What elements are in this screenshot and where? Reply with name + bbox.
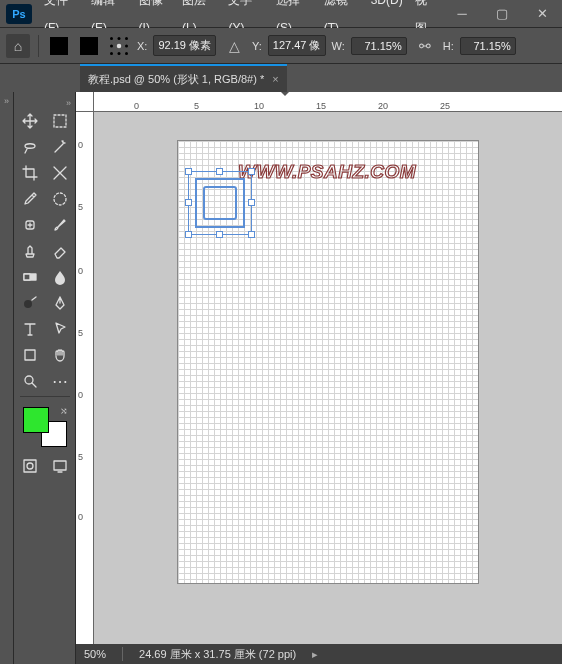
canvas-viewport[interactable]: WWW.PSAHZ.COM — [94, 112, 562, 644]
x-label: X: — [137, 40, 147, 52]
y-label: Y: — [252, 40, 262, 52]
status-menu-chevron-icon[interactable]: ▸ — [312, 648, 318, 661]
svg-point-20 — [27, 463, 33, 469]
chevron-right-icon: » — [4, 96, 9, 106]
gradient-tool[interactable] — [17, 266, 43, 288]
clone-stamp-tool[interactable] — [17, 240, 43, 262]
svg-rect-1 — [80, 37, 98, 55]
x-value[interactable]: 92.19 像素 — [153, 35, 216, 56]
title-bar: Ps 文件(F) 编辑(E) 图像(I) 图层(L) 文字(Y) 选择(S) 滤… — [0, 0, 562, 28]
document-tab[interactable]: 教程.psd @ 50% (形状 1, RGB/8#) * × — [80, 64, 287, 92]
svg-point-9 — [118, 52, 121, 55]
svg-rect-11 — [54, 115, 66, 127]
screenmode-tool[interactable] — [47, 455, 73, 477]
handle-mid-left[interactable] — [185, 199, 192, 206]
app-logo: Ps — [6, 4, 32, 24]
slice-tool[interactable] — [47, 162, 73, 184]
zoom-level[interactable]: 50% — [84, 648, 106, 660]
h-value[interactable]: 71.15% — [460, 37, 516, 55]
shape-tool[interactable] — [17, 344, 43, 366]
foreground-color-swatch[interactable] — [23, 407, 49, 433]
svg-point-5 — [110, 44, 113, 47]
svg-point-4 — [125, 37, 128, 40]
marquee-tool[interactable] — [47, 110, 73, 132]
marquee-ellipse-tool[interactable] — [47, 188, 73, 210]
ref-delta-icon[interactable]: △ — [222, 34, 246, 58]
close-tab-icon[interactable]: × — [272, 66, 278, 92]
transform-selection[interactable] — [188, 171, 252, 235]
svg-rect-21 — [54, 461, 66, 470]
document-tab-title: 教程.psd @ 50% (形状 1, RGB/8#) * — [88, 66, 264, 92]
handle-bottom-mid[interactable] — [216, 231, 223, 238]
horizontal-ruler[interactable]: 0 5 10 15 20 25 — [94, 92, 562, 112]
w-value[interactable]: 71.15% — [351, 37, 407, 55]
transform-mode-icon[interactable] — [47, 34, 71, 58]
quickmask-tool[interactable] — [17, 455, 43, 477]
status-bar: 50% 24.69 厘米 x 31.75 厘米 (72 ppi) ▸ — [76, 644, 562, 664]
swap-colors-icon[interactable]: ⤭ — [60, 406, 68, 416]
canvas-zone: 0 5 10 15 20 25 0 5 0 5 0 5 0 WWW.PSAHZ.… — [76, 92, 562, 664]
lasso-tool[interactable] — [17, 136, 43, 158]
watermark-text: WWW.PSAHZ.COM — [238, 161, 416, 183]
svg-point-10 — [125, 52, 128, 55]
h-label: H: — [443, 40, 454, 52]
chevron-right-icon: » — [66, 98, 71, 108]
type-tool[interactable] — [17, 318, 43, 340]
svg-rect-19 — [24, 460, 36, 472]
link-wh-icon[interactable]: ⚯ — [413, 34, 437, 58]
svg-point-12 — [54, 193, 66, 205]
options-bar: ⌂ X: 92.19 像素 △ Y: 127.47 像 W: 71.15% ⚯ … — [0, 28, 562, 64]
window-controls: ─ ▢ ✕ — [442, 0, 562, 28]
handle-top-right[interactable] — [248, 168, 255, 175]
svg-rect-15 — [24, 274, 30, 280]
close-button[interactable]: ✕ — [522, 0, 562, 28]
handle-bottom-right[interactable] — [248, 231, 255, 238]
maximize-button[interactable]: ▢ — [482, 0, 522, 28]
svg-point-3 — [118, 37, 121, 40]
vertical-ruler[interactable]: 0 5 0 5 0 5 0 — [76, 112, 94, 644]
pen-tool[interactable] — [47, 292, 73, 314]
brush-tool[interactable] — [47, 214, 73, 236]
handle-bottom-left[interactable] — [185, 231, 192, 238]
move-tool[interactable] — [17, 110, 43, 132]
minimize-button[interactable]: ─ — [442, 0, 482, 28]
svg-point-2 — [110, 37, 113, 40]
toolbox: » ⋯ ⤭ — [14, 92, 76, 664]
svg-point-6 — [117, 43, 122, 48]
handle-top-left[interactable] — [185, 168, 192, 175]
eraser-tool[interactable] — [47, 240, 73, 262]
crop-tool[interactable] — [17, 162, 43, 184]
ruler-corner — [76, 92, 94, 112]
handle-top-mid[interactable] — [216, 168, 223, 175]
home-icon[interactable]: ⌂ — [6, 34, 30, 58]
svg-rect-0 — [50, 37, 68, 55]
edit-toolbar-icon[interactable]: ⋯ — [47, 370, 73, 392]
svg-point-8 — [110, 52, 113, 55]
path-select-tool[interactable] — [47, 318, 73, 340]
document-dimensions: 24.69 厘米 x 31.75 厘米 (72 ppi) — [139, 647, 296, 662]
panel-collapse-strip[interactable]: » — [0, 92, 14, 664]
hand-tool[interactable] — [47, 344, 73, 366]
svg-point-16 — [24, 300, 32, 308]
document-canvas[interactable]: WWW.PSAHZ.COM — [177, 140, 479, 584]
handle-mid-right[interactable] — [248, 199, 255, 206]
magic-wand-tool[interactable] — [47, 136, 73, 158]
svg-rect-17 — [25, 350, 35, 360]
reference-point-icon[interactable] — [77, 34, 101, 58]
w-label: W: — [332, 40, 345, 52]
y-value[interactable]: 127.47 像 — [268, 35, 326, 56]
color-swatches[interactable]: ⤭ — [23, 407, 67, 447]
dodge-tool[interactable] — [17, 292, 43, 314]
svg-point-7 — [125, 44, 128, 47]
eyedropper-tool[interactable] — [17, 188, 43, 210]
document-tab-row: 教程.psd @ 50% (形状 1, RGB/8#) * × — [0, 64, 562, 92]
blur-tool[interactable] — [47, 266, 73, 288]
healing-brush-tool[interactable] — [17, 214, 43, 236]
work-area: » » ⋯ — [0, 92, 562, 664]
anchor-grid-icon[interactable] — [107, 34, 131, 58]
horizontal-ruler-row: 0 5 10 15 20 25 — [76, 92, 562, 112]
zoom-tool[interactable] — [17, 370, 43, 392]
